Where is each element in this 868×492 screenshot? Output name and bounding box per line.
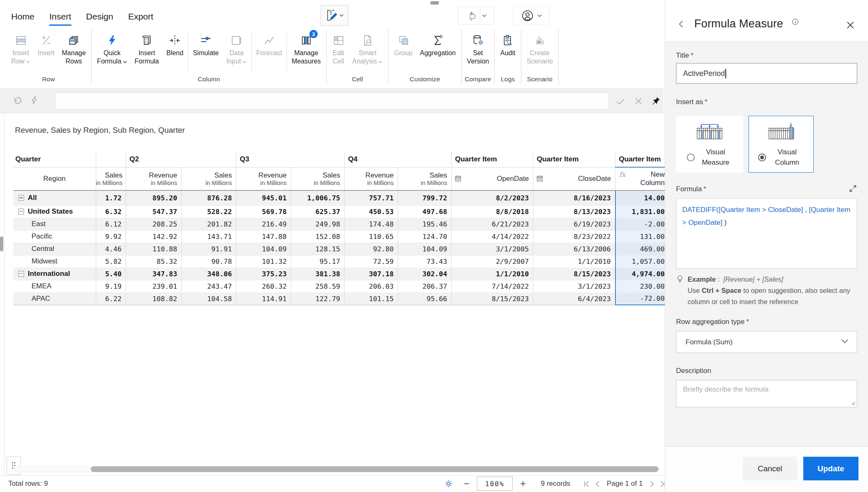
cell[interactable]: 108.82	[126, 292, 182, 305]
zoom-out-button[interactable]: −	[461, 478, 472, 490]
collapse-icon[interactable]	[18, 209, 24, 214]
row-label[interactable]: Central	[13, 243, 96, 255]
cell[interactable]: 302.04	[398, 268, 452, 280]
cell[interactable]: 6/4/2023	[533, 292, 615, 305]
group-header[interactable]: Q4	[345, 151, 452, 167]
drag-grip[interactable]	[430, 1, 439, 5]
tab-insert[interactable]: Insert	[49, 12, 71, 26]
cell[interactable]: 799.72	[398, 190, 452, 205]
cell[interactable]: 258.59	[291, 280, 345, 292]
edit-cell-button[interactable]: EditCell	[328, 30, 349, 73]
cell[interactable]: 3/1/2023	[533, 280, 615, 292]
cell[interactable]: 497.68	[398, 205, 452, 218]
cell[interactable]: 945.01	[236, 190, 291, 205]
row-label[interactable]: Pacific	[13, 230, 96, 243]
cell[interactable]: 216.49	[236, 218, 291, 230]
cell[interactable]: 85.32	[126, 255, 182, 268]
measure-column-header[interactable]: Salesin Millions	[182, 167, 236, 190]
radio-selected-icon[interactable]	[758, 153, 766, 161]
blend-button[interactable]: Blend	[163, 30, 187, 73]
cell[interactable]: 8/15/2023	[533, 268, 615, 280]
simulate-button[interactable]: Simulate	[189, 30, 222, 73]
data-input-button[interactable]: DataInput	[222, 30, 250, 73]
cell[interactable]: 147.88	[236, 230, 291, 243]
cell[interactable]: 6.12	[96, 218, 126, 230]
group-header[interactable]: Q2	[126, 151, 236, 167]
cell[interactable]: 3/1/2005	[452, 243, 533, 255]
quick-formula-bar-icon[interactable]	[30, 96, 39, 105]
row-label[interactable]: APAC	[13, 292, 96, 305]
cell[interactable]: 110.88	[126, 243, 182, 255]
confirm-check-icon[interactable]	[615, 96, 626, 107]
cell[interactable]: 569.78	[236, 205, 291, 218]
cell[interactable]: 895.20	[126, 190, 182, 205]
tab-home[interactable]: Home	[11, 12, 34, 26]
manage-measures-button[interactable]: 3ManageMeasures	[288, 30, 324, 73]
cell[interactable]: 114.91	[236, 292, 291, 305]
settings-gear-icon[interactable]	[444, 479, 454, 489]
cell[interactable]: 1,831.00	[615, 205, 669, 218]
row-label[interactable]: International	[13, 268, 96, 280]
cell[interactable]: 6.22	[96, 292, 126, 305]
close-icon[interactable]	[845, 20, 856, 30]
cell[interactable]: 547.37	[126, 205, 182, 218]
title-field[interactable]: ActivePeriod	[676, 63, 857, 84]
previous-page-icon[interactable]	[592, 480, 603, 488]
row-label[interactable]: All	[13, 190, 96, 205]
cell[interactable]: 104.09	[398, 243, 452, 255]
cell[interactable]: 14.00	[615, 190, 669, 205]
measure-column-header[interactable]: Revenuein Millions	[126, 167, 182, 190]
edit-visual-button[interactable]	[321, 5, 348, 26]
invert-button[interactable]: Invert	[34, 30, 58, 73]
smart-analysis-button[interactable]: SmartAnalysis	[349, 30, 387, 73]
cell[interactable]: 92.80	[345, 243, 398, 255]
visual-column-option[interactable]: Visual Column	[749, 116, 814, 173]
cell[interactable]: 381.38	[291, 268, 345, 280]
audit-button[interactable]: Audit	[496, 30, 519, 73]
resize-grip-icon[interactable]	[850, 400, 855, 405]
manage-rows-button[interactable]: ManageRows	[58, 30, 90, 73]
group-header[interactable]: Q3	[236, 151, 345, 167]
cell[interactable]: 1.72	[96, 190, 126, 205]
next-page-icon[interactable]	[646, 480, 657, 488]
cell[interactable]: 8/2/2023	[452, 190, 533, 205]
cell[interactable]: 260.32	[236, 280, 291, 292]
zoom-level[interactable]: 100%	[477, 477, 513, 491]
add-comment-button[interactable]	[458, 7, 494, 24]
cancel-button[interactable]: Cancel	[743, 457, 797, 480]
cell[interactable]: 1/1/2010	[452, 268, 533, 280]
info-icon[interactable]	[792, 18, 799, 25]
cell[interactable]: 73.43	[398, 255, 452, 268]
row-label[interactable]: Midwest	[13, 255, 96, 268]
aggregation-button[interactable]: Aggregation	[416, 30, 460, 73]
cell[interactable]: 128.15	[291, 243, 345, 255]
cell[interactable]: 4,974.00	[615, 268, 669, 280]
cell[interactable]: 142.92	[126, 230, 182, 243]
undo-icon[interactable]	[12, 96, 22, 106]
cell[interactable]: 1,006.75	[291, 190, 345, 205]
cell[interactable]: 625.37	[291, 205, 345, 218]
cell[interactable]: 8/23/2022	[533, 230, 615, 243]
cell[interactable]: 152.08	[291, 230, 345, 243]
vertical-scrollbar[interactable]	[0, 236, 3, 251]
cell[interactable]: 101.32	[236, 255, 291, 268]
cell[interactable]: 101.15	[345, 292, 398, 305]
cell[interactable]: 174.48	[345, 218, 398, 230]
cell[interactable]: 6.32	[96, 205, 126, 218]
set-version-button[interactable]: SetVersion	[463, 30, 493, 73]
cell[interactable]: 9.92	[96, 230, 126, 243]
cell[interactable]: 72.59	[345, 255, 398, 268]
pin-icon[interactable]	[651, 96, 661, 106]
cell[interactable]: 95.17	[291, 255, 345, 268]
cell[interactable]: 110.65	[345, 230, 398, 243]
group-header[interactable]: Quarter Item	[615, 151, 669, 167]
cell[interactable]: 1/1/2010	[533, 255, 615, 268]
cell[interactable]: 206.03	[345, 280, 398, 292]
cell[interactable]: 8/13/2023	[533, 205, 615, 218]
cell[interactable]: 876.28	[182, 190, 236, 205]
back-chevron-icon[interactable]	[677, 19, 686, 29]
cell[interactable]: 757.71	[345, 190, 398, 205]
cell[interactable]: 8/15/2023	[452, 292, 533, 305]
cell[interactable]: 195.46	[398, 218, 452, 230]
cell[interactable]: 230.00	[615, 280, 669, 292]
